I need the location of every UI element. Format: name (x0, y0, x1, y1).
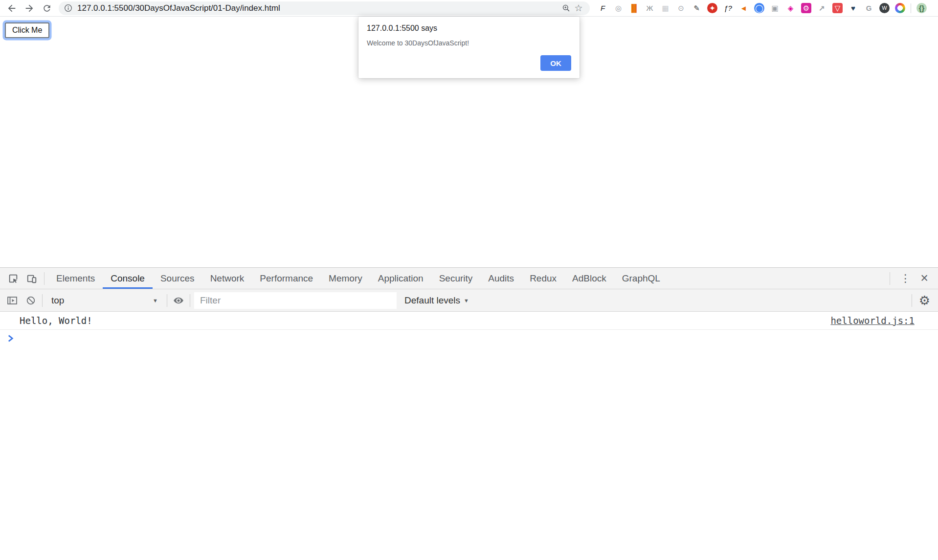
reload-button[interactable] (40, 1, 54, 15)
devtools-tab-bar: ElementsConsoleSourcesNetworkPerformance… (0, 268, 938, 289)
console-toolbar: top ▼ Default levels ▼ ⚙ (0, 289, 938, 312)
console-messages: Hello, World! helloworld.js:1 (0, 312, 938, 343)
devtools-close-button[interactable]: × (916, 272, 932, 285)
source-location-link[interactable]: helloworld.js:1 (830, 315, 915, 326)
click-me-button[interactable]: Click Me (5, 22, 49, 38)
blue-swirl-extension-icon[interactable]: ◯ (754, 3, 764, 13)
console-prompt[interactable] (0, 330, 938, 343)
alert-actions: OK (367, 55, 571, 71)
address-bar[interactable]: 127.0.0.1:5500/30DaysOfJavaScript/01-Day… (59, 1, 590, 15)
tab-redux[interactable]: Redux (522, 268, 564, 289)
function-help-extension-icon[interactable]: ƒ? (723, 3, 733, 13)
log-levels-label: Default levels (404, 295, 460, 306)
arrows-extension-icon[interactable]: ↗ (817, 3, 827, 13)
divider (167, 294, 167, 307)
tab-application[interactable]: Application (370, 268, 431, 289)
tab-security[interactable]: Security (431, 268, 481, 289)
back-arrow-icon (6, 3, 17, 14)
tab-memory[interactable]: Memory (321, 268, 370, 289)
alert-message: Welcome to 30DaysOfJavaScript! (367, 39, 571, 47)
magnifier-zoom-icon (561, 3, 571, 13)
execution-context-label: top (51, 295, 64, 306)
divider (912, 294, 912, 307)
reader-panels-extension-icon[interactable]: ▐▌ (629, 3, 639, 13)
json-viewer-extension-icon[interactable]: {} (916, 3, 927, 13)
alert-dialog: 127.0.0.1:5500 says Welcome to 30DaysOfJ… (358, 17, 580, 78)
forward-button[interactable] (22, 1, 36, 15)
inspect-element-button[interactable] (6, 271, 21, 286)
info-icon[interactable] (64, 3, 73, 13)
eye-icon (173, 295, 184, 306)
forward-arrow-icon (24, 3, 35, 14)
devtools-tabs: ElementsConsoleSourcesNetworkPerformance… (48, 268, 668, 289)
orbit-extension-icon[interactable]: ◎ (613, 3, 624, 13)
g-ring-extension-icon[interactable]: G (864, 3, 874, 13)
divider (911, 3, 911, 13)
camera-extension-icon[interactable]: ▣ (770, 3, 780, 13)
device-toolbar-icon (26, 273, 37, 284)
extensions-area: F◎▐▌Ж▦⊙✎✦ƒ?◄◯▣◈⚙↗▽♥GW{} (598, 3, 927, 13)
reload-icon (42, 3, 52, 13)
divider (890, 272, 890, 285)
megaphone-extension-icon[interactable]: ◄ (738, 3, 749, 13)
pink-gear-extension-icon[interactable]: ⚙ (801, 3, 811, 13)
divider (44, 272, 45, 285)
tab-console[interactable]: Console (103, 268, 153, 289)
graphql-extension-icon[interactable]: ◈ (785, 3, 796, 13)
devtools-menu-button[interactable]: ⋮ (894, 272, 916, 285)
clear-console-icon (25, 295, 36, 306)
console-sidebar-icon (6, 295, 18, 306)
font-capture-extension-icon[interactable]: F (598, 3, 608, 13)
tab-graphql[interactable]: GraphQL (614, 268, 668, 289)
heart-search-extension-icon[interactable]: ♥ (848, 3, 858, 13)
dash-circle-extension-icon[interactable]: ⊙ (676, 3, 686, 13)
log-levels-dropdown[interactable]: Default levels ▼ (404, 295, 469, 306)
live-expression-button[interactable] (171, 293, 186, 308)
alert-title: 127.0.0.1:5500 says (367, 24, 571, 33)
grid-extension-icon[interactable]: ▦ (660, 3, 670, 13)
browser-menu-button[interactable]: ⋮ (933, 2, 938, 14)
tab-network[interactable]: Network (202, 268, 252, 289)
device-toolbar-button[interactable] (24, 271, 39, 286)
tab-audits[interactable]: Audits (480, 268, 522, 289)
bookmark-star-icon[interactable]: ☆ (572, 2, 585, 15)
execution-context-selector[interactable]: top ▼ (46, 293, 163, 308)
tab-adblock[interactable]: AdBlock (564, 268, 614, 289)
browser-toolbar: 127.0.0.1:5500/30DaysOfJavaScript/01-Day… (0, 0, 938, 17)
devtools-panel: ElementsConsoleSourcesNetworkPerformance… (0, 267, 938, 560)
w-circle-extension-icon[interactable]: W (879, 3, 890, 13)
console-log-row: Hello, World! helloworld.js:1 (0, 312, 938, 330)
url-text[interactable]: 127.0.0.1:5500/30DaysOfJavaScript/01-Day… (77, 3, 280, 13)
divider (190, 294, 190, 307)
zoom-button[interactable] (559, 2, 572, 15)
console-sidebar-toggle-button[interactable] (5, 293, 20, 308)
console-filter-input[interactable] (194, 292, 397, 309)
tab-sources[interactable]: Sources (153, 268, 202, 289)
eyedropper-extension-icon[interactable]: ✎ (692, 3, 702, 13)
page-content: Click Me 127.0.0.1:5500 says Welcome to … (0, 17, 938, 267)
chevron-down-icon: ▼ (464, 298, 469, 303)
chevron-down-icon: ▼ (153, 298, 158, 303)
console-log-text: Hello, World! (20, 315, 92, 326)
clear-console-button[interactable] (23, 293, 38, 308)
ok-button[interactable]: OK (540, 55, 571, 71)
tab-performance[interactable]: Performance (252, 268, 321, 289)
back-button[interactable] (5, 1, 19, 15)
pocket-extension-icon[interactable]: ▽ (832, 3, 843, 13)
console-settings-gear-icon[interactable]: ⚙ (916, 294, 933, 307)
rainbow-ring-extension-icon[interactable] (895, 3, 905, 13)
tab-elements[interactable]: Elements (48, 268, 103, 289)
inspect-cursor-icon (8, 273, 19, 284)
divider (42, 294, 43, 307)
bug-extension-icon[interactable]: Ж (645, 3, 655, 13)
stop-hand-extension-icon[interactable]: ✦ (707, 3, 717, 13)
prompt-chevron-icon (6, 334, 15, 343)
devtools-tabbar-right: ⋮ × (885, 272, 938, 285)
